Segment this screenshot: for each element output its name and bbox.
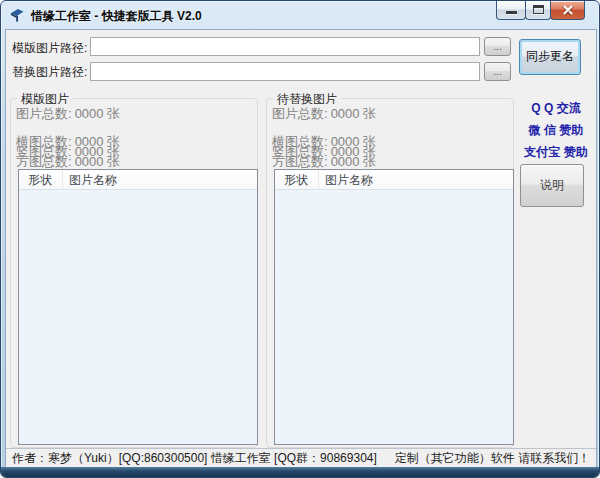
caption-buttons (497, 1, 585, 21)
template-list-body[interactable] (19, 190, 257, 445)
replace-path-input[interactable] (90, 62, 480, 81)
replace-list-body[interactable] (275, 190, 513, 445)
template-list-header: 形状 图片名称 (19, 170, 257, 190)
replace-list-header: 形状 图片名称 (275, 170, 513, 190)
template-images-list[interactable]: 形状 图片名称 (18, 169, 258, 445)
maximize-button[interactable] (525, 1, 551, 20)
column-header-image-name[interactable]: 图片名称 (63, 170, 257, 190)
app-window: 惜缘工作室 - 快捷套版工具 V2.0 模版图片路径: ... 替换图片路径: … (0, 0, 600, 478)
template-images-groupbox: 模版图片 图片总数:0000张 横图总数:0000张 竖图总数:0000张 方图… (10, 98, 258, 448)
status-bar: 作者：寒梦（Yuki）[QQ:860300500] 惜缘工作室 [QQ群：908… (6, 448, 596, 468)
column-header-shape[interactable]: 形状 (275, 170, 319, 189)
status-author-text: 作者：寒梦（Yuki）[QQ:860300500] 惜缘工作室 [QQ群：908… (12, 450, 377, 467)
replace-images-list[interactable]: 形状 图片名称 (274, 169, 514, 445)
minimize-icon (506, 11, 517, 14)
client-area: 模版图片路径: ... 替换图片路径: ... 同步更名 模版图片 图片总数:0… (5, 29, 597, 469)
status-contact-text: 定制（其它功能）软件 请联系我们！ (395, 450, 590, 467)
sync-rename-button[interactable]: 同步更名 (519, 39, 581, 75)
alipay-donate-link[interactable]: 支付宝 赞助 (514, 144, 598, 160)
maximize-icon (533, 5, 544, 14)
close-button[interactable] (550, 1, 585, 20)
sidebar-links: Q Q 交流 微 信 赞助 支付宝 赞助 (514, 94, 598, 160)
replace-path-browse-button[interactable]: ... (484, 62, 511, 81)
template-path-input[interactable] (90, 37, 480, 56)
column-header-image-name[interactable]: 图片名称 (319, 170, 513, 190)
help-button[interactable]: 说明 (520, 164, 584, 207)
wechat-donate-link[interactable]: 微 信 赞助 (514, 122, 598, 138)
app-logo-icon (9, 7, 25, 23)
window-title: 惜缘工作室 - 快捷套版工具 V2.0 (31, 8, 202, 25)
qq-chat-link[interactable]: Q Q 交流 (514, 100, 598, 116)
replace-path-label: 替换图片路径: (12, 64, 87, 81)
close-icon (562, 4, 574, 16)
replace-images-groupbox: 待替换图片 图片总数:0000张 横图总数:0000张 竖图总数:0000张 方… (266, 98, 514, 448)
template-path-label: 模版图片路径: (12, 40, 87, 57)
column-header-shape[interactable]: 形状 (19, 170, 63, 189)
replace-images-stats: 图片总数:0000张 横图总数:0000张 竖图总数:0000张 方图总数:00… (272, 105, 376, 163)
title-bar[interactable]: 惜缘工作室 - 快捷套版工具 V2.0 (1, 1, 599, 29)
window-frame-bottom (1, 467, 599, 477)
template-images-stats: 图片总数:0000张 横图总数:0000张 竖图总数:0000张 方图总数:00… (16, 105, 120, 163)
minimize-button[interactable] (496, 1, 526, 20)
template-path-browse-button[interactable]: ... (484, 37, 511, 56)
